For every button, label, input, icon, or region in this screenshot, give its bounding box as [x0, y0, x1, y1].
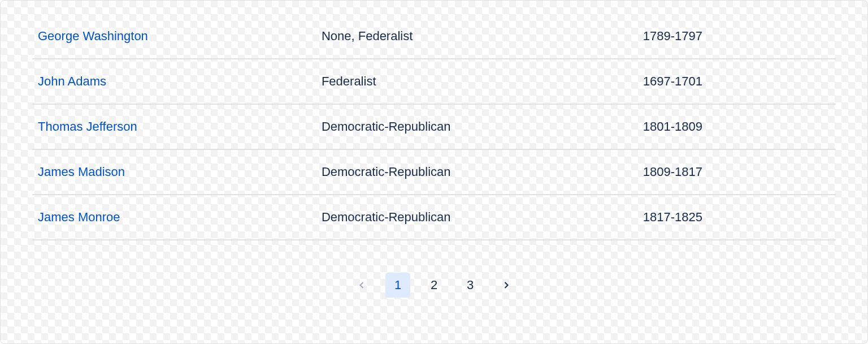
president-name-link[interactable]: James Madison — [38, 165, 125, 179]
president-party: Democratic-Republican — [322, 165, 643, 179]
presidents-table: George Washington None, Federalist 1789-… — [1, 1, 867, 240]
pagination-page-2[interactable]: 2 — [422, 273, 446, 298]
table-row: George Washington None, Federalist 1789-… — [32, 14, 836, 59]
pagination-page-1[interactable]: 1 — [385, 273, 410, 298]
president-name-link[interactable]: George Washington — [38, 29, 148, 43]
chevron-right-icon — [501, 280, 512, 291]
table-row: Thomas Jefferson Democratic-Republican 1… — [32, 105, 836, 150]
president-term: 1697-1701 — [643, 74, 836, 89]
pagination: 1 2 3 — [1, 254, 867, 316]
president-name-link[interactable]: John Adams — [38, 74, 106, 88]
pagination-page-3[interactable]: 3 — [458, 273, 483, 298]
card-container: George Washington None, Federalist 1789-… — [0, 0, 868, 344]
table-row: James Madison Democratic-Republican 1809… — [32, 150, 836, 195]
president-term: 1801-1809 — [643, 119, 836, 134]
president-party: Democratic-Republican — [322, 119, 643, 134]
president-party: Federalist — [322, 74, 643, 89]
president-party: None, Federalist — [322, 29, 643, 44]
president-name-link[interactable]: Thomas Jefferson — [38, 119, 137, 134]
pagination-prev-button[interactable] — [349, 273, 374, 298]
president-party: Democratic-Republican — [322, 210, 643, 225]
president-name-link[interactable]: James Monroe — [38, 210, 120, 224]
pagination-next-button[interactable] — [494, 273, 519, 298]
president-term: 1817-1825 — [643, 210, 836, 225]
president-term: 1789-1797 — [643, 29, 836, 44]
table-row: John Adams Federalist 1697-1701 — [32, 59, 836, 105]
chevron-left-icon — [356, 280, 367, 291]
president-term: 1809-1817 — [643, 165, 836, 179]
table-row: James Monroe Democratic-Republican 1817-… — [32, 195, 836, 240]
